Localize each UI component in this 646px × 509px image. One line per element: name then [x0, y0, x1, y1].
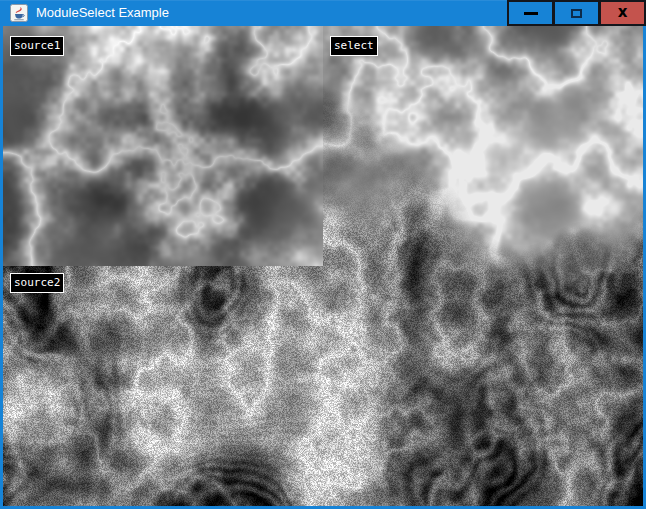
maximize-icon	[571, 9, 582, 18]
select-label: select	[330, 36, 378, 56]
maximize-button[interactable]	[553, 0, 600, 26]
render-area: source1 select source2	[3, 26, 643, 506]
close-icon: x	[618, 5, 628, 20]
minimize-icon	[524, 12, 538, 15]
window-controls: x	[507, 0, 646, 26]
source2-label: source2	[10, 273, 64, 293]
title-bar[interactable]: ModuleSelect Example x	[0, 0, 646, 26]
source1-label: source1	[10, 36, 64, 56]
noise-render-canvas	[3, 26, 643, 506]
java-coffee-cup-icon	[10, 4, 28, 22]
app-window: ModuleSelect Example x source1 select so…	[0, 0, 646, 509]
close-button[interactable]: x	[599, 0, 646, 26]
window-title: ModuleSelect Example	[36, 0, 169, 26]
minimize-button[interactable]	[507, 0, 554, 26]
